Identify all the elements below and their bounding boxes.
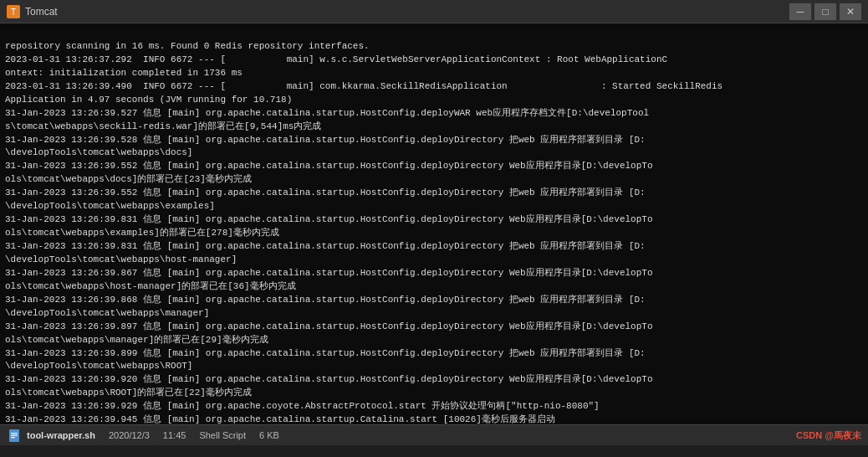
app-icon: T bbox=[7, 5, 20, 18]
log-line: 2023-01-31 13:26:39.490 INFO 6672 --- [ … bbox=[5, 80, 863, 94]
log-line: \developTools\tomcat\webapps\docs] bbox=[5, 146, 863, 160]
log-line: 31-Jan-2023 13:26:39.868 信息 [main] org.a… bbox=[5, 294, 863, 307]
log-line: 31-Jan-2023 13:26:39.552 信息 [main] org.a… bbox=[5, 187, 863, 200]
status-date: 2020/12/3 bbox=[109, 430, 150, 440]
window-title: Tomcat bbox=[25, 6, 789, 18]
file-icon bbox=[7, 428, 22, 443]
close-button[interactable]: ✕ bbox=[840, 3, 861, 20]
console-output: repository scanning in 16 ms. Found 0 Re… bbox=[0, 23, 868, 424]
svg-rect-5 bbox=[11, 437, 15, 438]
log-line: Application in 4.97 seconds (JVM running… bbox=[5, 94, 863, 107]
log-line: s\tomcat\webapps\seckill-redis.war]的部署已在… bbox=[5, 121, 863, 134]
status-size: 6 KB bbox=[259, 430, 279, 440]
window-controls: ─ □ ✕ bbox=[789, 3, 861, 20]
svg-rect-3 bbox=[11, 433, 18, 434]
log-line: 31-Jan-2023 13:26:39.527 信息 [main] org.a… bbox=[5, 107, 863, 121]
log-line: 31-Jan-2023 13:26:39.945 信息 [main] org.a… bbox=[5, 413, 863, 424]
status-brand: CSDN @馬夜未 bbox=[796, 429, 861, 442]
svg-text:T: T bbox=[11, 8, 16, 17]
log-line: 2023-01-31 13:26:37.292 INFO 6672 --- [ … bbox=[5, 54, 863, 67]
log-line: 31-Jan-2023 13:26:39.831 信息 [main] org.a… bbox=[5, 213, 863, 227]
log-line: repository scanning in 16 ms. Found 0 Re… bbox=[5, 40, 863, 54]
svg-rect-4 bbox=[11, 435, 18, 436]
minimize-button[interactable]: ─ bbox=[789, 3, 811, 20]
log-line: 31-Jan-2023 13:26:39.920 信息 [main] org.a… bbox=[5, 373, 863, 387]
status-time: 11:45 bbox=[163, 430, 186, 440]
log-line: 31-Jan-2023 13:26:39.831 信息 [main] org.a… bbox=[5, 240, 863, 254]
log-line: \developTools\tomcat\webapps\examples] bbox=[5, 200, 863, 213]
log-line: ols\tomcat\webapps\host-manager]的部署已在[36… bbox=[5, 280, 863, 294]
log-line: 31-Jan-2023 13:26:39.867 信息 [main] org.a… bbox=[5, 267, 863, 280]
log-line: ols\tomcat\webapps\manager]的部署已在[29]毫秒内完… bbox=[5, 334, 863, 347]
maximize-button[interactable]: □ bbox=[814, 3, 836, 20]
log-line: 31-Jan-2023 13:26:39.929 信息 [main] org.a… bbox=[5, 400, 863, 413]
log-line: 31-Jan-2023 13:26:39.552 信息 [main] org.a… bbox=[5, 160, 863, 173]
log-line: ols\tomcat\webapps\docs]的部署已在[23]毫秒内完成 bbox=[5, 173, 863, 187]
log-line: ols\tomcat\webapps\ROOT]的部署已在[22]毫秒内完成 bbox=[5, 387, 863, 400]
status-type: Shell Script bbox=[199, 430, 246, 440]
status-bar: tool-wrapper.sh 2020/12/3 11:45 Shell Sc… bbox=[0, 424, 868, 445]
log-line: \developTools\tomcat\webapps\host-manage… bbox=[5, 254, 863, 267]
log-line: \developTools\tomcat\webapps\ROOT] bbox=[5, 360, 863, 373]
status-filename: tool-wrapper.sh bbox=[27, 430, 95, 440]
log-line: 31-Jan-2023 13:26:39.528 信息 [main] org.a… bbox=[5, 134, 863, 147]
log-line: \developTools\tomcat\webapps\manager] bbox=[5, 307, 863, 321]
log-line: ols\tomcat\webapps\examples]的部署已在[278]毫秒… bbox=[5, 227, 863, 240]
log-line: 31-Jan-2023 13:26:39.897 信息 [main] org.a… bbox=[5, 321, 863, 334]
log-line: 31-Jan-2023 13:26:39.899 信息 [main] org.a… bbox=[5, 347, 863, 361]
title-bar: T Tomcat ─ □ ✕ bbox=[0, 0, 868, 23]
log-line: ontext: initialization completed in 1736… bbox=[5, 67, 863, 80]
